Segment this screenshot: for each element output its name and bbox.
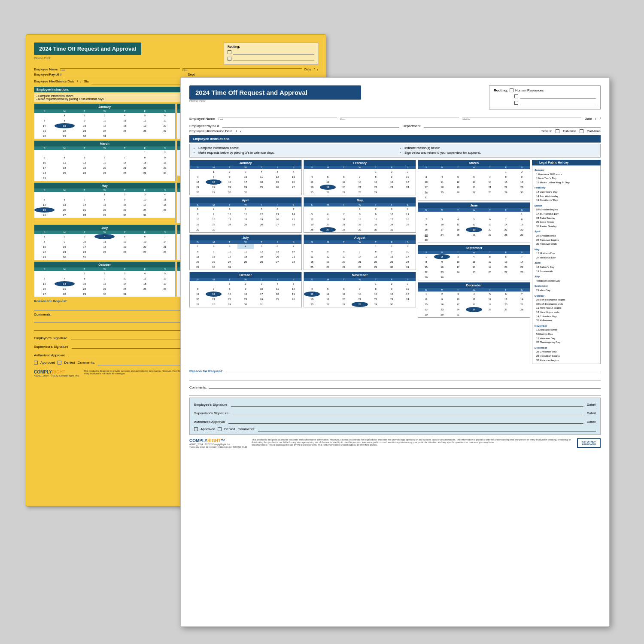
white-holiday-mar-4: 29 Good Friday [535, 220, 598, 225]
white-holiday-feb-month: February [535, 186, 598, 190]
white-logo-section: COMPLYRIGHT™ A0030_2024 ©2022 ComplyRigh… [189, 438, 247, 448]
white-hire-label: Employee Hire/Service Date [189, 129, 232, 133]
white-sep-days: SMTWTFS [418, 251, 530, 254]
white-emp-sig-row: Employee's Signature Date / / [194, 401, 596, 407]
white-holiday-may-2: 27 Memorial Day [535, 256, 598, 260]
white-fulltime-checkbox[interactable] [556, 129, 559, 133]
white-sep-body: 1234567 891011121314 15161718192021 2223… [418, 254, 530, 280]
yellow-checkbox2[interactable] [228, 57, 231, 61]
yellow-hire-label: Employee Hire/Service Date [34, 79, 74, 85]
yellow-oct-days-header: SMTWTFS [34, 267, 175, 271]
white-apr-header: April [190, 197, 301, 203]
white-cal-january: January SMTWTFS 123456 78910111213 14151… [189, 160, 302, 195]
white-payroll-input[interactable] [222, 122, 399, 128]
white-approval-comments-input[interactable] [258, 426, 596, 432]
yellow-cal-october: October SMTWTFS 12345 6789101112 1314151… [34, 261, 176, 297]
white-routing-row2 [494, 94, 596, 99]
white-jun-days: SMTWTFS [418, 208, 530, 212]
yellow-checkbox1[interactable] [228, 50, 231, 54]
yellow-denied-checkbox[interactable] [58, 361, 61, 365]
yellow-approved-checkbox[interactable] [34, 361, 38, 365]
white-nov-days: SMTWTFS [304, 278, 416, 281]
yellow-auth-sig-label: Authorized Approval [34, 353, 65, 357]
white-aug-body: 123 45678910 11121314151617 181920212223… [304, 244, 416, 270]
white-routing-option1: Human Resources [515, 88, 544, 92]
white-cal-april: April SMTWTFS 1234567 891011121314 15161… [189, 197, 302, 233]
white-first-input[interactable] [340, 112, 459, 118]
white-cal-october: October SMTWTFS 12345 6789101112 1314151… [189, 272, 302, 307]
white-col3: March SMTWTFS 12 3456789 10111213141516 … [418, 160, 530, 364]
white-reason-input[interactable] [225, 366, 601, 372]
yellow-routing-label: Routing: [228, 45, 314, 48]
white-holiday-jan-1: 1 Kwanzaa 2023 ends [535, 173, 598, 177]
white-holiday-apr-2: 22 Passover begins [535, 238, 598, 243]
white-instructions-content: Complete information above. Make request… [189, 144, 601, 158]
yellow-denied-label: Denied [64, 361, 75, 365]
white-legal-holiday-checkbox[interactable] [534, 161, 538, 164]
yellow-oct-header: October [34, 262, 175, 267]
white-oct-body: 12345 6789101112 13141516171819 20212223… [190, 281, 301, 307]
white-holiday-oct-3: 11 Yom Kippur begins [535, 306, 598, 310]
yellow-routing-row1 [228, 49, 314, 55]
white-holiday-dec-1: 25 Christmas Day [535, 350, 598, 354]
white-parttime-label: Part-time [587, 129, 601, 133]
white-holidays-content: January 1 Kwanzaa 2023 ends 1 New Year's… [532, 165, 601, 364]
yellow-jan-days-header: SMTWTFS [34, 109, 175, 113]
white-routing-checkbox3[interactable] [514, 101, 518, 105]
white-parttime-checkbox[interactable] [580, 129, 583, 133]
white-calendars-grid: January SMTWTFS 123456 78910111213 14151… [189, 160, 601, 364]
yellow-payroll-field[interactable] [64, 73, 185, 78]
white-middle-group: Middle [462, 112, 581, 121]
white-holiday-oct-1: 2 Rosh Hashanah begins [535, 298, 598, 302]
white-hire-row: Employee Hire/Service Date / / Status: F… [189, 129, 601, 133]
yellow-form-title: 2024 Time Off Request and Approval [34, 43, 141, 55]
white-disclaimer: This product is designed to provide accu… [252, 438, 573, 446]
white-status-label: Status: [541, 129, 552, 133]
white-last-input[interactable] [218, 112, 337, 118]
yellow-last-label: Last [60, 69, 179, 71]
white-holiday-oct-5: 14 Columbus Day [535, 315, 598, 319]
white-comments-line2[interactable] [189, 389, 601, 395]
yellow-product-code: A0030_2024 ©2022 ComplyRight, Inc. [34, 374, 79, 377]
white-first-group: First [340, 112, 459, 121]
white-middle-sublabel: Middle [462, 118, 581, 121]
white-auth-sig-input[interactable] [228, 418, 583, 424]
white-auth-sig-row: Authorized Approval Date / / [194, 418, 596, 424]
white-jun-header: June [418, 203, 530, 208]
white-holiday-oct-4: 12 Yom Kippur ends [535, 310, 598, 315]
white-comments-input[interactable] [209, 383, 601, 389]
white-dept-input[interactable] [424, 122, 601, 128]
white-holiday-mar-3: 24 Palm Sunday [535, 216, 598, 221]
white-holiday-oct-month: October [535, 294, 598, 298]
white-feb-header: February [304, 160, 416, 166]
white-middle-input[interactable] [462, 112, 581, 118]
white-feb-days: SMTWTFS [304, 166, 416, 169]
white-may-body: 1234 567891011 12131415161718 1920212223… [304, 207, 416, 232]
white-holiday-sep-1: 2 Labor Day [535, 289, 598, 293]
white-last-sublabel: Last [218, 118, 337, 121]
white-may-days: SMTWTFS [304, 203, 416, 207]
white-emp-sig-input[interactable] [231, 401, 583, 407]
white-reason-row: Reason for Request: [189, 366, 601, 374]
white-last-group: Last [218, 112, 337, 121]
white-dec-days: SMTWTFS [418, 288, 530, 292]
white-date-s1: / [595, 117, 596, 121]
white-holiday-may-1: 12 Mother's Day [535, 252, 598, 256]
white-holiday-mar-1: 5 Ramadan begins [535, 208, 598, 212]
white-routing-checkbox2[interactable] [514, 94, 518, 98]
white-sup-sig-input[interactable] [232, 409, 583, 415]
white-approved-checkbox[interactable] [194, 427, 198, 431]
white-holiday-jan-3: 15 Martin Luther King Jr. Day [535, 181, 598, 185]
white-col2: February SMTWTFS 123 45678910 1112131415… [304, 160, 416, 364]
white-denied-checkbox[interactable] [218, 427, 222, 431]
white-jun-body: 1 2345678 9101112131415 16171819202122 2… [418, 212, 530, 243]
white-cal-may: May SMTWTFS 1234 567891011 1213141516171… [304, 197, 416, 233]
white-cal-november: November SMTWTFS 123 45678910 1112131415… [304, 272, 416, 307]
white-form: 2024 Time Off Request and Approval Pleas… [180, 77, 610, 627]
white-routing-checkbox1[interactable] [510, 88, 513, 92]
white-oct-header: October [190, 272, 301, 278]
yellow-mar-header: March [34, 141, 175, 146]
white-holiday-apr-1: 2 Ramadan ends [535, 234, 598, 238]
white-inst-right: Indicate reason(s) below. Sign below and… [399, 146, 597, 155]
white-reason-line2[interactable] [189, 374, 601, 380]
